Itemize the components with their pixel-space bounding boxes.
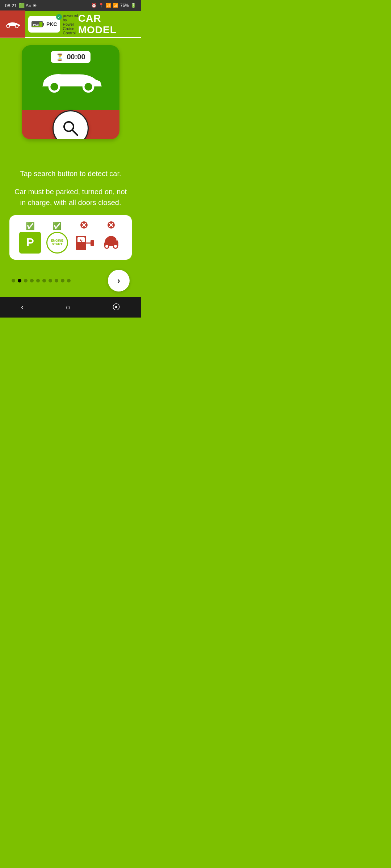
svg-rect-20 — [91, 240, 94, 246]
svg-line-29 — [102, 238, 105, 240]
page-title: CAR MODEL — [78, 13, 141, 36]
status-item-engine: ✅ ENGINESTART — [46, 222, 68, 254]
alarm-icon: ⏰ — [91, 3, 97, 8]
dot-5 — [42, 279, 46, 282]
pkc-label: PKC — [46, 21, 57, 27]
next-button[interactable]: › — [108, 270, 130, 292]
dot-8 — [61, 279, 64, 282]
svg-line-31 — [116, 238, 119, 240]
dot-3 — [30, 279, 34, 282]
car-logo-icon — [4, 19, 22, 29]
status-item-doors — [100, 221, 122, 254]
svg-text:PKC: PKC — [33, 23, 39, 26]
doors-error-icon — [107, 221, 115, 231]
instruction-line2: Car must be parked, turned on, not in ch… — [6, 186, 135, 208]
status-left: 08:21 🟩 A× ☀ — [5, 3, 37, 8]
car-silhouette-image — [38, 70, 103, 94]
dot-7 — [55, 279, 58, 282]
powered-by-text: powered by Power Cruise Control — [63, 13, 78, 35]
main-content: ⏳ 00:00 Tap search button to detect car.… — [0, 38, 141, 297]
svg-point-27 — [105, 245, 108, 248]
svg-rect-5 — [43, 23, 44, 26]
parked-check-icon: ✅ — [26, 222, 35, 230]
timer-icon: ⏳ — [56, 53, 64, 61]
pkc-checkmark: ✓ — [56, 14, 62, 20]
timer-value: 00:00 — [67, 53, 85, 61]
status-right: ⏰ 📍 📶 📶 76% 🔋 — [91, 3, 136, 8]
search-icon — [62, 119, 80, 137]
status-requirements-card: ✅ P ✅ ENGINESTART — [9, 215, 132, 260]
location-icon: 📍 — [98, 3, 104, 8]
status-item-parked: ✅ P — [19, 222, 41, 254]
status-item-charging — [73, 221, 95, 254]
svg-line-13 — [72, 130, 77, 135]
parking-icon: P — [19, 232, 41, 254]
charging-station-icon — [73, 232, 95, 254]
svg-point-3 — [16, 25, 18, 27]
signal-icon: 📶 — [113, 3, 118, 8]
back-button[interactable]: ‹ — [14, 300, 31, 315]
home-button[interactable]: ○ — [58, 300, 77, 315]
pagination-nav: › — [6, 267, 135, 297]
recents-button[interactable]: ⦿ — [105, 300, 127, 315]
pkc-battery-icon: PKC — [31, 17, 45, 31]
dot-6 — [49, 279, 52, 282]
pagination-dots — [12, 279, 71, 282]
dot-1 — [18, 279, 21, 282]
system-nav-bar: ‹ ○ ⦿ — [0, 297, 141, 318]
charging-error-icon — [80, 221, 88, 231]
dot-4 — [36, 279, 40, 282]
card-top-green: ⏳ 00:00 — [22, 45, 119, 110]
dot-9 — [67, 279, 71, 282]
svg-point-28 — [114, 245, 117, 248]
svg-point-11 — [84, 83, 92, 90]
timer-display: ⏳ 00:00 — [51, 51, 90, 63]
car-detection-card: ⏳ 00:00 — [22, 45, 119, 139]
wifi-icon: 📶 — [106, 3, 111, 8]
notification-icons: 🟩 A× ☀ — [19, 3, 37, 8]
dot-2 — [24, 279, 28, 282]
battery-icon: 🔋 — [131, 3, 136, 8]
battery-display: 76% — [120, 3, 129, 8]
dot-0 — [12, 279, 15, 282]
status-bar: 08:21 🟩 A× ☀ ⏰ 📍 📶 📶 76% 🔋 — [0, 0, 141, 11]
pkc-badge[interactable]: ✓ PKC PKC — [28, 16, 60, 33]
logo-red-bg — [0, 10, 25, 38]
svg-point-2 — [7, 25, 9, 27]
svg-point-10 — [50, 83, 58, 90]
time-display: 08:21 — [5, 3, 17, 8]
engine-start-icon: ENGINESTART — [46, 232, 68, 254]
instruction-line1: Tap search button to detect car. — [14, 168, 127, 179]
car-doors-icon — [100, 232, 122, 254]
engine-check-icon: ✅ — [52, 222, 62, 230]
app-header: ✓ PKC PKC powered by Power Cruise Contro… — [0, 11, 141, 38]
